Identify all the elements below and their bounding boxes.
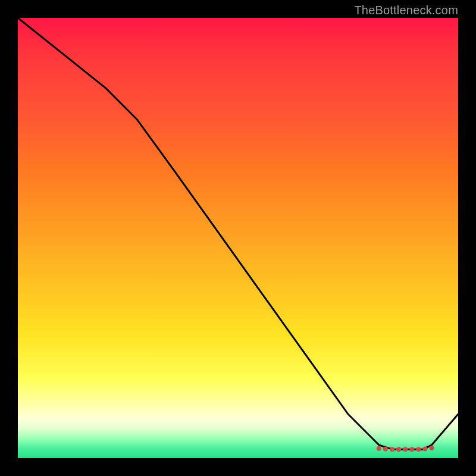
marker-dot <box>423 447 428 452</box>
marker-dot <box>390 447 394 452</box>
plot-area <box>18 18 458 458</box>
marker-dot <box>377 446 381 451</box>
marker-dot <box>430 446 434 450</box>
chart-overlay <box>18 18 458 458</box>
marker-dot <box>409 447 414 452</box>
marker-dot <box>416 447 421 452</box>
chart-frame: TheBottleneck.com <box>0 0 476 476</box>
marker-dot <box>396 447 401 452</box>
marker-dot <box>403 447 408 452</box>
watermark-text: TheBottleneck.com <box>354 4 458 17</box>
curve-line <box>18 18 458 449</box>
marker-dot <box>383 447 388 452</box>
